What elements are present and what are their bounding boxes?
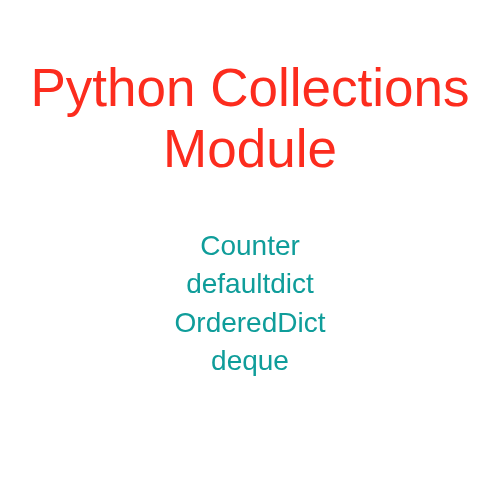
list-item: Counter [200,228,300,264]
list-item: deque [211,343,289,379]
list-item: defaultdict [186,266,314,302]
items-list: Counter defaultdict OrderedDict deque [175,228,326,380]
page-title: Python Collections Module [0,58,500,180]
list-item: OrderedDict [175,305,326,341]
